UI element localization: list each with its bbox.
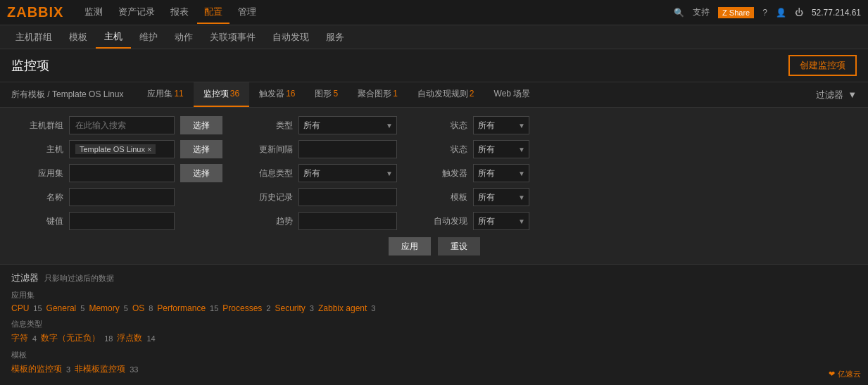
nav-host[interactable]: 主机 [96, 26, 131, 49]
filter-info-title: 过滤器 [11, 272, 39, 284]
label-name: 名称 [14, 191, 63, 203]
nav-maintenance[interactable]: 维护 [131, 27, 166, 48]
filter-tag-zabbix-agent[interactable]: Zabbix agent [318, 303, 367, 313]
app-set-input[interactable] [69, 164, 175, 182]
filter-tag-os[interactable]: OS [132, 303, 144, 313]
host-group-input[interactable] [69, 116, 175, 134]
info-type-section-label: 信息类型 [11, 319, 857, 329]
filter-row-trigger: 触发器 所有 ▼ [418, 164, 529, 182]
host-tag-input[interactable]: Template OS Linux × [69, 140, 175, 158]
label-type: 类型 [244, 120, 293, 132]
trigger-select-wrapper: 所有 ▼ [473, 164, 529, 182]
nav-report[interactable]: 报表 [163, 1, 196, 24]
filter-row-status: 状态 所有 ▼ [418, 140, 529, 158]
update-interval-input[interactable] [298, 140, 397, 158]
label-auto-discovery: 自动发现 [418, 215, 467, 227]
tab-monitor-item[interactable]: 监控项36 [194, 82, 249, 107]
key-input[interactable] [69, 212, 175, 230]
filter-tag-template-item[interactable]: 模板的监控项 [11, 363, 62, 375]
info-type-tags: 字符 4 数字（无正负） 18 浮点数 14 [11, 332, 857, 344]
create-monitor-button[interactable]: 创建监控项 [788, 55, 857, 76]
nav-action[interactable]: 动作 [166, 27, 201, 48]
filter-section-info-type: 信息类型 字符 4 数字（无正负） 18 浮点数 14 [11, 319, 857, 344]
tab-app-set[interactable]: 应用集11 [137, 82, 193, 107]
nav-auto-discovery[interactable]: 自动发现 [264, 27, 317, 48]
filter-row-trend: 趋势 [244, 212, 397, 230]
filter-tag-float[interactable]: 浮点数 [117, 332, 142, 344]
filter-section-template: 模板 模板的监控项 3 非模板监控项 33 [11, 350, 857, 375]
breadcrumb-all-templates[interactable]: 所有模板 [11, 89, 45, 99]
filter-info-header: 过滤器 只影响过滤后的数据 [11, 272, 857, 284]
host-tag-remove[interactable]: × [147, 145, 151, 153]
label-key: 键值 [14, 215, 63, 227]
ip-address: 52.77.214.61 [812, 8, 861, 18]
nav-asset[interactable]: 资产记录 [111, 1, 162, 24]
host-group-select-btn[interactable]: 选择 [180, 116, 222, 134]
label-update-interval: 更新间隔 [244, 144, 293, 156]
app-set-select-btn[interactable]: 选择 [180, 164, 222, 182]
host-select-btn[interactable]: 选择 [180, 140, 222, 158]
type-select[interactable]: 所有 [298, 116, 397, 134]
filter-tag-memory[interactable]: Memory [89, 303, 119, 313]
status-select[interactable]: 所有 [473, 140, 529, 158]
tab-aggregate-graph[interactable]: 聚合图形1 [348, 82, 408, 107]
trigger-select[interactable]: 所有 [473, 164, 529, 182]
filter-form: 主机群组 选择 主机 Template OS Linux × 选择 应用集 选择 [0, 108, 868, 265]
filter-row-info-type: 信息类型 所有 ▼ [244, 164, 397, 182]
filter-row-app-set: 应用集 选择 [14, 164, 222, 182]
label-trend: 趋势 [244, 215, 293, 227]
tab-trigger[interactable]: 触发器16 [249, 82, 305, 107]
logo-icon: ❤ [829, 370, 835, 379]
nav-host-group[interactable]: 主机群组 [7, 27, 61, 48]
filter-tag-non-template-item[interactable]: 非模板监控项 [75, 363, 125, 375]
state-select[interactable]: 所有 [473, 116, 529, 134]
nav-monitor[interactable]: 监测 [77, 1, 110, 24]
nav-admin[interactable]: 管理 [231, 1, 263, 24]
bottom-logo: ❤ 亿速云 [829, 369, 861, 379]
secondary-nav: 主机群组 模板 主机 维护 动作 关联项事件 自动发现 服务 [0, 25, 868, 49]
history-input[interactable] [298, 188, 397, 206]
filter-row-key: 键值 [14, 212, 222, 230]
nav-event-correlation[interactable]: 关联项事件 [201, 27, 264, 48]
tab-web-scenario[interactable]: Web 场景 [484, 82, 541, 107]
app-set-tags: CPU 15 General 5 Memory 5 OS 8 Performan… [11, 303, 857, 313]
search-icon[interactable]: 🔍 [674, 8, 684, 18]
help-icon[interactable]: ? [762, 8, 767, 18]
auto-discovery-select[interactable]: 所有 [473, 212, 529, 230]
nav-service[interactable]: 服务 [317, 27, 353, 48]
template-section-label: 模板 [11, 350, 857, 360]
nav-config[interactable]: 配置 [197, 1, 229, 24]
support-link[interactable]: 支持 [693, 6, 710, 18]
filter-tag-general[interactable]: General [46, 303, 77, 313]
tab-auto-discovery-rule[interactable]: 自动发现规则2 [408, 82, 484, 107]
filter-icon[interactable]: ▼ [848, 89, 857, 100]
filter-label: 过滤器 [816, 89, 843, 101]
reset-button[interactable]: 重设 [438, 237, 480, 255]
page-header: 监控项 创建监控项 [0, 49, 868, 82]
filter-tag-char[interactable]: 字符 [11, 332, 28, 344]
breadcrumb: 所有模板 / Template OS Linux [11, 89, 123, 101]
host-tag-value: Template OS Linux [80, 145, 145, 153]
filter-tag-number-no-sign[interactable]: 数字（无正负） [41, 332, 100, 344]
template-select-wrapper: 所有 ▼ [473, 188, 529, 206]
info-type-select[interactable]: 所有 [298, 164, 397, 182]
breadcrumb-template-os-linux[interactable]: Template OS Linux [52, 89, 123, 99]
trend-input[interactable] [298, 212, 397, 230]
label-app-set: 应用集 [14, 168, 63, 179]
filter-toggle-area: 过滤器 ▼ [816, 89, 857, 101]
share-link[interactable]: Z Share [718, 7, 754, 18]
tab-graph[interactable]: 图形5 [305, 82, 348, 107]
filter-tag-cpu[interactable]: CPU [11, 303, 29, 313]
power-icon[interactable]: ⏻ [795, 8, 803, 18]
filter-tag-performance[interactable]: Performance [157, 303, 206, 313]
template-select[interactable]: 所有 [473, 188, 529, 206]
label-template: 模板 [418, 191, 467, 203]
state-select-wrapper: 所有 ▼ [473, 116, 529, 134]
logo-text: 亿速云 [838, 369, 861, 379]
nav-template[interactable]: 模板 [61, 27, 96, 48]
apply-button[interactable]: 应用 [389, 237, 431, 255]
user-icon[interactable]: 👤 [776, 8, 786, 18]
filter-tag-security[interactable]: Security [275, 303, 305, 313]
name-input[interactable] [69, 188, 175, 206]
filter-tag-processes[interactable]: Processes [222, 303, 262, 313]
